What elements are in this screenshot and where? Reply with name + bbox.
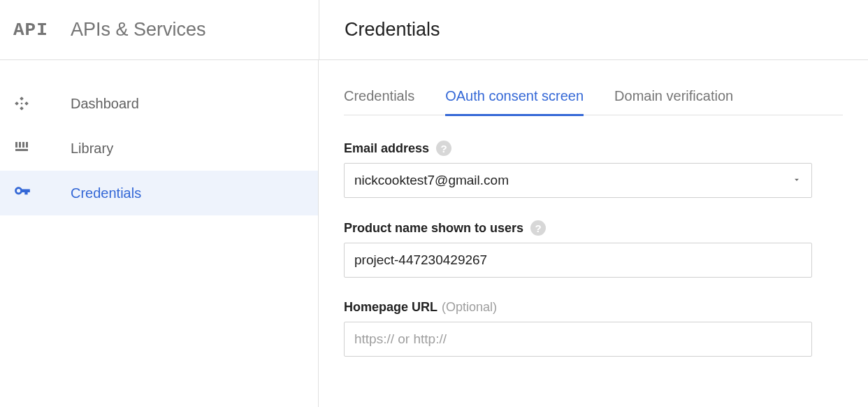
product-name-label: Product name shown to users (344, 221, 523, 236)
optional-label: (Optional) (442, 300, 497, 315)
svg-rect-7 (22, 142, 24, 148)
help-icon[interactable]: ? (530, 220, 546, 236)
tabs: Credentials OAuth consent screen Domain … (344, 81, 843, 115)
email-address-value: nickcooktest7@gmail.com (354, 173, 509, 188)
api-logo: API (13, 20, 55, 41)
svg-rect-2 (24, 101, 29, 106)
dashboard-icon (13, 95, 55, 112)
section-title: APIs & Services (71, 19, 206, 41)
sidebar-item-library[interactable]: Library (0, 126, 318, 171)
svg-rect-8 (26, 142, 28, 148)
sidebar-item-label: Credentials (71, 185, 141, 201)
homepage-url-label: Homepage URL (344, 300, 437, 315)
product-name-input[interactable] (354, 243, 802, 277)
svg-rect-3 (20, 106, 24, 110)
svg-rect-5 (15, 142, 17, 148)
svg-rect-9 (15, 149, 28, 151)
homepage-url-input[interactable] (354, 322, 802, 356)
sidebar-item-label: Library (71, 141, 113, 157)
tab-oauth-consent-screen[interactable]: OAuth consent screen (445, 81, 584, 116)
email-address-label: Email address (344, 141, 429, 156)
sidebar-item-dashboard[interactable]: Dashboard (0, 81, 318, 126)
svg-rect-0 (20, 97, 24, 101)
caret-down-icon (792, 173, 802, 188)
main-content: Credentials OAuth consent screen Domain … (319, 60, 868, 407)
svg-rect-1 (15, 101, 19, 106)
library-icon (13, 140, 55, 157)
svg-point-4 (21, 103, 23, 105)
tab-domain-verification[interactable]: Domain verification (614, 81, 733, 116)
email-address-select[interactable]: nickcooktest7@gmail.com (344, 163, 812, 198)
tab-credentials[interactable]: Credentials (344, 81, 414, 116)
sidebar-item-label: Dashboard (71, 96, 139, 112)
sidebar-item-credentials[interactable]: Credentials (0, 171, 318, 215)
sidebar: Dashboard Library (0, 60, 319, 407)
key-icon (13, 184, 55, 202)
help-icon[interactable]: ? (436, 141, 451, 156)
svg-rect-6 (19, 142, 21, 148)
page-title: Credentials (345, 19, 440, 41)
